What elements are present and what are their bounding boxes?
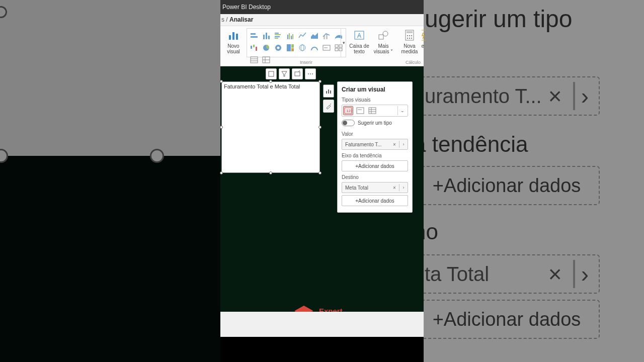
zoom-eixo-label: a tendência xyxy=(414,132,528,157)
svg-rect-10 xyxy=(275,36,280,37)
svg-rect-5 xyxy=(263,35,265,39)
svg-point-28 xyxy=(299,45,305,51)
donut-chart-icon[interactable] xyxy=(273,43,283,53)
matrix-icon[interactable] xyxy=(261,55,271,65)
valor-section-label: Valor xyxy=(338,130,412,139)
selected-visual[interactable]: Faturamento Total e Meta Total xyxy=(221,81,320,173)
filter-button[interactable] xyxy=(279,68,290,79)
remove-destino-button[interactable]: × xyxy=(390,185,399,191)
card-icon[interactable] xyxy=(321,43,332,53)
resize-handle[interactable] xyxy=(220,171,223,174)
destino-field-menu[interactable]: › xyxy=(399,185,408,190)
treemap-icon[interactable] xyxy=(285,43,295,53)
suggest-type-label: Sugerir um tipo xyxy=(358,120,392,126)
map-icon[interactable] xyxy=(297,43,307,53)
build-visual-tab[interactable] xyxy=(323,84,334,98)
mais-visuais-button[interactable]: Mais visuais ˅ xyxy=(373,28,393,54)
svg-rect-65 xyxy=(369,108,376,114)
focus-mode-button[interactable] xyxy=(266,68,277,79)
svg-point-51 xyxy=(407,38,408,39)
eixo-section-label: Eixo da tendência xyxy=(338,152,412,160)
ellipsis-icon: ⋯ xyxy=(307,70,313,77)
resize-handle[interactable] xyxy=(318,126,321,129)
svg-rect-44 xyxy=(379,35,383,39)
svg-rect-13 xyxy=(289,33,290,39)
caixa-de-texto-button[interactable]: A Caixa de texto xyxy=(349,28,369,54)
stacked-column-icon[interactable] xyxy=(261,31,271,41)
svg-point-53 xyxy=(411,38,412,39)
svg-rect-7 xyxy=(268,36,270,39)
ribbon-group-label-inserir: Inserir xyxy=(300,60,312,65)
medida-rapida-button[interactable]: Me rá xyxy=(422,28,426,49)
more-options-button[interactable]: ⋯ xyxy=(305,68,316,79)
resize-handle[interactable] xyxy=(220,80,223,83)
svg-rect-34 xyxy=(335,48,338,51)
stacked-bar-icon[interactable] xyxy=(249,31,259,41)
titlebar: Power BI Desktop xyxy=(220,0,424,14)
zoom-chip-valor: uramento T... ×› xyxy=(414,76,600,116)
pin-button[interactable] xyxy=(292,68,303,79)
destino-field-name: Meta Total xyxy=(342,185,390,191)
zoom-chip-destino: ta Total ×› xyxy=(414,254,600,294)
textbox-icon: A xyxy=(352,28,366,42)
resize-handle[interactable] xyxy=(220,126,223,129)
valor-field-menu[interactable]: › xyxy=(399,142,408,147)
valor-field-chip[interactable]: Faturamento T... × › xyxy=(342,139,408,150)
table-icon[interactable] xyxy=(249,55,259,65)
svg-point-24 xyxy=(277,46,279,49)
gauge-icon[interactable] xyxy=(309,43,319,53)
quick-measure-icon xyxy=(422,28,426,42)
svg-rect-11 xyxy=(275,38,278,39)
card-visual-type[interactable] xyxy=(355,106,365,115)
svg-point-49 xyxy=(409,35,410,36)
svg-rect-63 xyxy=(357,108,364,114)
pie-chart-icon[interactable] xyxy=(261,43,271,53)
gallery-expand-button[interactable]: ▾ xyxy=(341,29,347,57)
svg-rect-59 xyxy=(328,89,329,94)
pane-title: Criar um visual xyxy=(338,82,412,96)
visual-types-selector: 123 ⌄ xyxy=(342,105,408,117)
ribbon: Novo visual xyxy=(220,26,424,66)
resize-handle[interactable] xyxy=(269,80,272,83)
line-chart-icon[interactable] xyxy=(297,31,307,41)
line-column-icon[interactable] xyxy=(321,31,332,41)
app-window: Power BI Desktop s / Analisar Novo visua… xyxy=(220,0,424,362)
waterfall-icon[interactable] xyxy=(249,43,259,53)
ribbon-group-label-calc: Cálculo xyxy=(406,60,421,65)
clustered-column-icon[interactable] xyxy=(285,31,295,41)
visuals-gallery[interactable]: ▾ xyxy=(247,28,346,57)
format-visual-tab[interactable] xyxy=(323,100,334,113)
kpi-visual-type[interactable]: 123 xyxy=(343,106,353,115)
novo-visual-button[interactable]: Novo visual xyxy=(223,28,244,54)
destino-field-chip[interactable]: Meta Total × › xyxy=(342,182,408,193)
background-right: Sugerir um tipo uramento T... ×› a tendê… xyxy=(424,0,644,362)
svg-rect-47 xyxy=(407,31,413,33)
clustered-bar-icon[interactable] xyxy=(273,31,283,41)
resize-handle[interactable] xyxy=(318,171,321,174)
remove-valor-button[interactable]: × xyxy=(390,142,399,147)
background-left xyxy=(0,0,220,362)
suggest-type-toggle[interactable] xyxy=(342,120,355,126)
resize-handle[interactable] xyxy=(269,171,272,174)
add-destino-button[interactable]: +Adicionar dados xyxy=(342,195,408,206)
active-tab[interactable]: Analisar xyxy=(229,16,253,23)
visual-types-dropdown[interactable]: ⌄ xyxy=(397,106,407,115)
svg-rect-60 xyxy=(330,90,331,94)
nova-medida-button[interactable]: Nova medida xyxy=(399,28,420,54)
add-eixo-button[interactable]: +Adicionar dados xyxy=(342,160,408,171)
svg-point-29 xyxy=(301,45,304,51)
svg-rect-32 xyxy=(335,45,338,47)
resize-handle[interactable] xyxy=(318,80,321,83)
ribbon-group-medida-rapida: Me rá xyxy=(422,28,426,66)
calculator-icon xyxy=(403,28,417,42)
svg-text:A: A xyxy=(357,32,361,39)
svg-marker-16 xyxy=(311,33,318,39)
svg-rect-55 xyxy=(269,71,274,76)
svg-rect-27 xyxy=(291,48,294,51)
table-visual-type[interactable] xyxy=(367,106,377,115)
svg-rect-19 xyxy=(251,46,252,49)
report-canvas[interactable]: ⋯ Faturamento Total e Meta Total xyxy=(220,66,424,337)
area-chart-icon[interactable] xyxy=(309,31,319,41)
svg-rect-25 xyxy=(287,44,291,51)
svg-point-45 xyxy=(383,31,388,36)
